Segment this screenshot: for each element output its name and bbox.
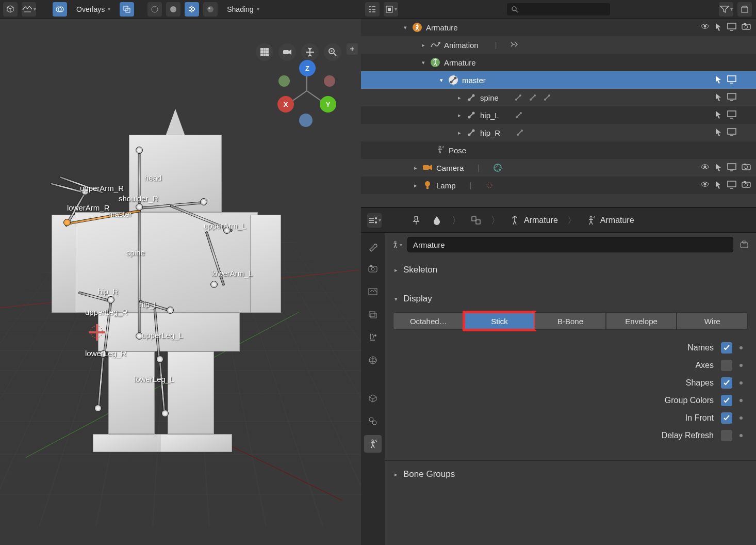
breadcrumb-armature-obj[interactable]: Armature <box>510 215 558 226</box>
gizmo-neg-y[interactable] <box>278 75 290 87</box>
monitor-icon[interactable] <box>727 110 736 120</box>
bone-joint[interactable] <box>94 405 102 412</box>
anim-dot[interactable] <box>739 346 743 349</box>
cursor-icon[interactable] <box>715 75 722 85</box>
enum-octahedral[interactable]: Octahed… <box>393 312 464 330</box>
outliner-search[interactable] <box>507 3 610 15</box>
pose-icon[interactable]: ▾ <box>391 239 402 250</box>
bone-lowerarm-l[interactable] <box>205 231 225 286</box>
outliner-item-animation[interactable]: ▸ Animation | <box>361 36 756 54</box>
anim-dot[interactable] <box>739 381 743 384</box>
gizmo-x-axis[interactable]: X <box>277 96 294 113</box>
disclosure-icon[interactable]: ▸ <box>456 94 463 101</box>
shading-solid-icon[interactable] <box>166 2 180 17</box>
monitor-icon[interactable] <box>727 93 736 102</box>
eye-icon[interactable] <box>700 163 710 172</box>
tab-world-icon[interactable] <box>364 351 382 369</box>
outliner-item-spine[interactable]: ▸ spine <box>361 89 756 106</box>
outliner-item-lamp[interactable]: ▸ Lamp | <box>361 177 756 194</box>
new-collection-icon[interactable] <box>737 2 752 17</box>
cursor-icon[interactable] <box>715 163 722 172</box>
gizmo-y-axis[interactable]: Y <box>320 96 336 113</box>
nav-pan-icon[interactable] <box>301 43 319 61</box>
check-axes[interactable] <box>721 360 732 371</box>
monitor-icon[interactable] <box>727 163 736 172</box>
pin-icon[interactable] <box>410 215 422 226</box>
check-in-front[interactable] <box>721 412 732 424</box>
view-menu-icon[interactable]: ▾ <box>22 2 36 17</box>
monitor-icon[interactable] <box>727 23 736 32</box>
gizmo-neg-x[interactable] <box>324 75 335 87</box>
bone-joint[interactable] <box>156 356 163 363</box>
bone-head[interactable] <box>138 152 141 209</box>
outliner-item-hip-l[interactable]: ▸ hip_L <box>361 106 756 124</box>
drop-icon[interactable] <box>431 215 442 226</box>
enum-wire[interactable]: Wire <box>677 312 748 330</box>
disclosure-icon[interactable]: ▸ <box>413 165 419 171</box>
disclosure-icon[interactable]: ▸ <box>420 42 426 49</box>
nav-grid-icon[interactable] <box>256 43 273 61</box>
disclosure-icon[interactable]: ▾ <box>402 24 408 31</box>
bone-spine[interactable] <box>138 209 141 338</box>
cursor-icon[interactable] <box>715 181 722 190</box>
nav-zoom-icon[interactable] <box>324 43 341 61</box>
camera-render-icon[interactable] <box>742 163 751 172</box>
outliner-item-hip-r[interactable]: ▸ hip_R <box>361 124 756 141</box>
3d-viewport[interactable]: + Z X Y <box>0 19 361 545</box>
fake-user-icon[interactable] <box>738 239 750 250</box>
check-delay-refresh[interactable] <box>721 430 732 441</box>
enum-envelope[interactable]: Envelope <box>606 312 677 330</box>
outliner-item-master[interactable]: ▾ master <box>361 71 756 89</box>
eye-icon[interactable] <box>700 23 710 32</box>
bone-joint[interactable] <box>167 307 174 314</box>
check-group-colors[interactable] <box>721 395 732 406</box>
bone-upperleg-l[interactable] <box>154 308 161 362</box>
disclosure-icon[interactable]: ▸ <box>456 130 463 136</box>
anim-dot[interactable] <box>739 399 743 402</box>
shading-rendered-icon[interactable] <box>203 2 218 17</box>
tab-render-icon[interactable] <box>364 261 382 278</box>
disclosure-icon[interactable]: ▸ <box>413 182 419 189</box>
disclosure-icon[interactable]: ▸ <box>456 112 463 119</box>
cursor-icon[interactable] <box>715 23 722 32</box>
outliner-item-pose[interactable]: Pose <box>361 141 756 159</box>
shading-dropdown[interactable]: Shading▾ <box>222 2 264 17</box>
outliner-tree[interactable]: ▾ Armature ▸ Animation | ▾ Armature <box>361 19 756 207</box>
gizmo-z-axis[interactable]: Z <box>299 60 316 76</box>
outliner-item-armature-data[interactable]: ▾ Armature <box>361 54 756 71</box>
anim-dot[interactable] <box>739 364 743 367</box>
bone-joint[interactable] <box>63 219 71 226</box>
armature-name-input[interactable] <box>407 237 733 252</box>
monitor-icon[interactable] <box>727 128 736 137</box>
tab-armature-data-icon[interactable] <box>364 435 382 453</box>
armature-bones[interactable] <box>36 122 273 452</box>
enum-stick[interactable]: Stick <box>464 312 535 330</box>
disclosure-icon[interactable]: ▾ <box>420 59 426 66</box>
monitor-icon[interactable] <box>727 75 736 85</box>
shading-wireframe-icon[interactable] <box>147 2 162 17</box>
disclosure-icon[interactable]: ▾ <box>438 77 445 84</box>
bone-hip-r[interactable] <box>78 291 111 302</box>
bone-joint[interactable] <box>161 410 169 417</box>
section-header-display[interactable]: ▾Display <box>393 288 748 309</box>
nav-camera-icon[interactable] <box>278 43 296 61</box>
overlays-icon-toggle[interactable] <box>53 2 67 17</box>
shading-lookdev-icon[interactable] <box>185 2 199 17</box>
editor-type-menu[interactable] <box>3 2 18 17</box>
check-names[interactable] <box>721 342 732 354</box>
bone-lowerleg-r[interactable] <box>97 355 104 409</box>
bone-joint[interactable] <box>210 281 218 288</box>
display-mode-icon[interactable]: ▾ <box>384 2 398 17</box>
tab-constraint-icon[interactable] <box>364 412 382 430</box>
filter-icon[interactable]: ▾ <box>719 2 733 17</box>
bone-joint[interactable] <box>81 188 89 195</box>
bone-joint[interactable] <box>136 147 143 154</box>
cursor-icon[interactable] <box>715 128 722 137</box>
bone-joint[interactable] <box>136 332 143 340</box>
eye-icon[interactable] <box>700 181 710 190</box>
check-shapes[interactable] <box>721 377 732 389</box>
gizmo-neg-z[interactable] <box>299 114 313 127</box>
outliner-item-camera[interactable]: ▸ Camera | <box>361 159 756 177</box>
editor-type-properties-icon[interactable]: ▾ <box>367 213 382 228</box>
bone-joint[interactable] <box>200 198 207 205</box>
